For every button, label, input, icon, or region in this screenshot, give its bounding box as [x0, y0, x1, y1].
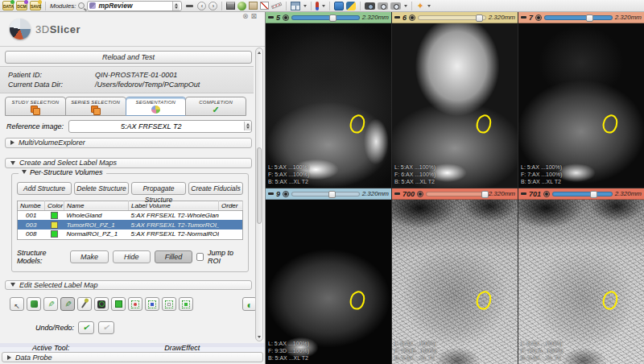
tab-study-selection[interactable]: STUDY SELECTION — [5, 97, 66, 116]
slider-handle[interactable] — [590, 191, 597, 198]
slider-handle[interactable] — [476, 14, 483, 22]
python-console-icon[interactable] — [346, 2, 356, 10]
module-selector[interactable]: mpReview — [87, 1, 182, 11]
col-name[interactable]: Name — [64, 201, 129, 210]
viewport-6-image[interactable]: L: 5:AX ...100%)F: 6:AX ...100%)B: 5:AX … — [392, 23, 518, 188]
color-swatch[interactable] — [51, 230, 58, 238]
table-row-normalroi[interactable]: 008 NormalROI_PZ_1 5:AX FRFSEXL T2-Norma… — [18, 230, 243, 239]
view-menu-icon[interactable] — [394, 16, 400, 19]
col-number[interactable]: Numbe — [18, 201, 45, 210]
view-menu-icon[interactable] — [521, 16, 526, 19]
delete-structure-button[interactable]: Delete Structure — [74, 182, 129, 195]
module-selector-stepper[interactable] — [172, 2, 180, 10]
table-row-tumorroi-selected[interactable]: 003 TumorROI_PZ_1 5:AX FRFSEXL T2-TumorR… — [18, 220, 243, 230]
paint-effect-button[interactable] — [27, 297, 41, 311]
rectangle-effect-button[interactable] — [111, 297, 126, 311]
slice-slider[interactable] — [544, 15, 613, 20]
view-menu-icon[interactable] — [268, 16, 274, 19]
tab-segmentation[interactable]: SEGMENTATION — [126, 97, 187, 116]
hide-button[interactable]: Hide — [113, 250, 151, 263]
panel-scrollbar[interactable] — [255, 48, 263, 341]
view-menu-icon[interactable] — [394, 192, 400, 195]
panel-undock-icon[interactable]: ⊗ — [242, 13, 249, 20]
scene-caret-icon[interactable] — [404, 5, 407, 7]
redo-button[interactable] — [98, 321, 114, 334]
module-search-icon[interactable] — [78, 2, 85, 9]
col-label-volume[interactable]: Label Volume — [129, 201, 219, 210]
fiducial-star-icon[interactable] — [416, 2, 423, 10]
dilate-effect-button[interactable] — [179, 297, 193, 311]
slice-slider[interactable] — [291, 192, 360, 196]
slider-handle[interactable] — [328, 191, 336, 198]
multivolume-explorer-header[interactable]: MultiVolumeExplorer — [5, 138, 252, 148]
undo-button[interactable] — [78, 321, 94, 334]
create-label-maps-header[interactable]: Create and Select Label Maps — [5, 158, 252, 168]
propagate-structure-button[interactable]: Propagate Structure — [131, 182, 186, 195]
viewport-9-image[interactable]: L: 5:AX ...100%)F: 9:3D ...100%)B: 5:AX … — [266, 200, 391, 364]
scene-view-icon[interactable] — [378, 2, 388, 10]
tab-completion[interactable]: COMPLETION — [185, 97, 246, 116]
slice-slider[interactable] — [552, 192, 613, 196]
eye-icon[interactable] — [535, 14, 542, 21]
load-data-icon[interactable]: DATA — [2, 1, 14, 10]
ruler-icon[interactable] — [271, 2, 282, 9]
reference-stepper[interactable] — [244, 122, 251, 130]
add-structure-button[interactable]: Add Structure — [17, 182, 72, 195]
eye-icon[interactable] — [417, 191, 423, 197]
color-swatch[interactable] — [51, 212, 58, 219]
draw-effect-button[interactable] — [60, 297, 75, 311]
crosshair-pin-icon[interactable] — [316, 2, 319, 10]
eye-icon[interactable] — [409, 14, 415, 21]
screenshot-icon[interactable] — [334, 2, 344, 10]
table-row-wholegland[interactable]: 001 WholeGland 5:AX FRFSEXL T2-WholeGlan… — [18, 210, 243, 220]
layout-caret-icon[interactable] — [303, 5, 307, 7]
tab-series-selection[interactable]: SERIES SELECTION — [65, 97, 126, 116]
import-dicom-icon[interactable]: DCM — [16, 1, 27, 10]
viewport-701-image[interactable]: L: 5:AX ...100%)F: 701:A...100%)B: 5:AX … — [518, 200, 644, 364]
color-swatch[interactable] — [51, 221, 58, 229]
fiducial-caret-icon[interactable] — [427, 5, 431, 7]
module-history-icon[interactable] — [186, 5, 193, 7]
eye-icon[interactable] — [283, 191, 289, 197]
eye-icon[interactable] — [283, 14, 289, 21]
scene-capture-icon[interactable] — [365, 2, 375, 10]
pencil-effect-button[interactable] — [43, 297, 58, 311]
edit-label-map-header[interactable]: Edit Selected Label Map — [5, 280, 252, 291]
make-button[interactable]: Make — [70, 250, 108, 263]
filled-button[interactable]: Filled — [155, 250, 192, 263]
jump-to-roi-checkbox[interactable] — [196, 253, 204, 261]
viewport-700-image[interactable]: L: 5:AX ...100%)F: 700:E...100%)B: 5:AX … — [392, 200, 518, 364]
data-probe-header[interactable]: Data Probe — [2, 352, 263, 362]
erode-effect-button[interactable] — [162, 297, 176, 311]
slice-slider[interactable] — [418, 15, 486, 20]
default-tool-button[interactable] — [10, 297, 24, 311]
slice-slider[interactable] — [291, 15, 360, 20]
chart-icon[interactable] — [260, 2, 269, 10]
show-3d-icon[interactable] — [226, 2, 235, 10]
slider-handle[interactable] — [586, 14, 593, 22]
create-fiducials-button[interactable]: Create Fiducials — [188, 182, 243, 195]
slider-handle[interactable] — [329, 14, 336, 22]
island-effect-button[interactable] — [94, 297, 109, 311]
eye-icon[interactable] — [543, 191, 550, 197]
reference-image-select[interactable]: 5:AX FRFSEXL T2 — [68, 120, 252, 133]
slider-handle[interactable] — [481, 191, 489, 198]
module-forward-button[interactable]: › — [208, 2, 217, 10]
panel-popout-icon[interactable]: ⊠ — [250, 13, 257, 20]
scroll-down-icon[interactable] — [256, 333, 262, 341]
remove-islands-button[interactable] — [128, 297, 142, 311]
module-back-button[interactable]: ‹ — [197, 2, 206, 10]
save-icon[interactable]: SAVE — [30, 1, 41, 10]
reload-and-test-button[interactable]: Reload and Test — [5, 51, 252, 64]
pin-caret-icon[interactable] — [322, 5, 325, 7]
crop-volume-icon[interactable] — [249, 2, 258, 10]
col-color[interactable]: Color — [45, 201, 64, 210]
slice-slider[interactable] — [426, 192, 486, 196]
col-order[interactable]: Order — [219, 201, 243, 210]
scene-restore-icon[interactable] — [390, 2, 401, 10]
scrollbar-thumb[interactable] — [257, 147, 262, 223]
per-structure-volumes-header[interactable]: Per-Structure Volumes — [19, 168, 106, 176]
view-menu-icon[interactable] — [521, 192, 526, 195]
viewport-5-image[interactable]: L: 5:AX ...100%)F: 5:AX ...100%)B: 5:AX … — [266, 23, 391, 188]
layout-selector-icon[interactable] — [291, 2, 300, 10]
